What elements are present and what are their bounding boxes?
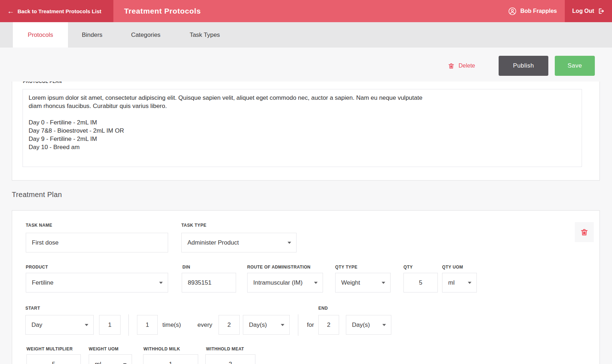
din-input[interactable] bbox=[182, 273, 236, 292]
logout-label: Log Out bbox=[572, 8, 594, 14]
chevron-down-icon bbox=[281, 324, 284, 326]
trash-icon bbox=[448, 63, 455, 69]
withhold-milk-label: WITHHOLD MILK bbox=[143, 346, 180, 351]
weight-multiplier-label: WEIGHT MULTIPLIER bbox=[26, 346, 73, 351]
din-label: DIN bbox=[182, 265, 190, 270]
logout-icon bbox=[597, 8, 604, 15]
divider bbox=[128, 314, 129, 336]
tab-bar: Protocols Binders Categories Task Types bbox=[0, 22, 612, 48]
back-arrow-icon: ← bbox=[7, 8, 14, 15]
qty-uom-value: ml bbox=[448, 279, 468, 286]
start-period-select[interactable]: Day bbox=[25, 315, 94, 335]
product-label: PRODUCT bbox=[26, 265, 48, 270]
protocol-plan-text: Lorem ipsum dolor sit amet, consectetur … bbox=[29, 94, 436, 151]
page-title: Treatment Protocols bbox=[124, 0, 201, 22]
weight-multiplier-input[interactable] bbox=[26, 354, 81, 364]
times-suffix-text: time(s) bbox=[162, 315, 181, 335]
treatment-plan-heading: Treatment Plan bbox=[12, 191, 62, 199]
task-name-label: TASK NAME bbox=[26, 223, 52, 228]
tab-task-types-label: Task Types bbox=[190, 31, 220, 39]
times-input[interactable] bbox=[137, 315, 158, 335]
qty-type-select[interactable]: Weight bbox=[335, 273, 391, 292]
task-name-input[interactable] bbox=[26, 233, 168, 252]
tab-protocols[interactable]: Protocols bbox=[13, 22, 68, 48]
delete-label: Delete bbox=[459, 63, 475, 69]
protocol-plan-textarea[interactable]: Lorem ipsum dolor sit amet, consectetur … bbox=[23, 89, 582, 167]
back-label: Back to Treatment Protocols List bbox=[18, 8, 101, 14]
chevron-down-icon bbox=[314, 282, 318, 284]
tab-binders-label: Binders bbox=[82, 31, 103, 39]
trash-icon bbox=[580, 228, 588, 236]
weight-uom-value: ml bbox=[95, 361, 123, 364]
user-menu[interactable]: Bob Frapples bbox=[508, 0, 557, 22]
user-name: Bob Frapples bbox=[520, 8, 557, 14]
chevron-down-icon bbox=[85, 324, 88, 326]
end-value-input[interactable] bbox=[318, 315, 339, 335]
every-unit-select[interactable]: Day(s) bbox=[243, 315, 290, 335]
end-unit-select[interactable]: Day(s) bbox=[346, 315, 391, 335]
chevron-down-icon bbox=[468, 282, 471, 284]
weight-uom-label: WEIGHT UOM bbox=[89, 346, 118, 351]
protocol-plan-label: PROTOCOL PLAN bbox=[23, 82, 62, 84]
task-type-value: Administer Product bbox=[187, 239, 288, 246]
logout-button[interactable]: Log Out bbox=[565, 0, 612, 22]
page: ← Back to Treatment Protocols List Treat… bbox=[0, 0, 612, 364]
save-button[interactable]: Save bbox=[555, 56, 595, 76]
every-unit-value: Day(s) bbox=[249, 321, 281, 329]
qty-type-label: QTY TYPE bbox=[335, 265, 357, 270]
qty-input[interactable] bbox=[403, 273, 438, 292]
every-value-input[interactable] bbox=[219, 315, 240, 335]
route-label: ROUTE OF ADMINISTRATION bbox=[247, 265, 310, 270]
tabbar-spacer bbox=[0, 22, 13, 48]
end-unit-value: Day(s) bbox=[352, 321, 382, 329]
tab-categories-label: Categories bbox=[131, 31, 160, 39]
route-select[interactable]: Intramuscular (IM) bbox=[247, 273, 323, 292]
treatment-task-card: TASK NAME TASK TYPE Administer Product P… bbox=[12, 210, 600, 364]
delete-task-button[interactable] bbox=[575, 222, 594, 242]
product-select[interactable]: Fertiline bbox=[26, 273, 168, 292]
tab-task-types[interactable]: Task Types bbox=[175, 22, 234, 48]
withhold-milk-input[interactable] bbox=[143, 354, 198, 364]
app-header: ← Back to Treatment Protocols List Treat… bbox=[0, 0, 612, 22]
protocol-plan-card: PROTOCOL PLAN Lorem ipsum dolor sit amet… bbox=[12, 82, 600, 181]
qty-label: QTY bbox=[403, 265, 413, 270]
publish-button[interactable]: Publish bbox=[499, 56, 548, 76]
qty-type-value: Weight bbox=[341, 279, 382, 286]
start-label: START bbox=[25, 306, 40, 311]
delete-protocol-button[interactable]: Delete bbox=[448, 56, 475, 76]
route-value: Intramuscular (IM) bbox=[253, 279, 314, 286]
start-period-value: Day bbox=[31, 321, 85, 329]
for-text: for bbox=[307, 315, 314, 335]
chevron-down-icon bbox=[382, 324, 386, 326]
tab-categories[interactable]: Categories bbox=[116, 22, 175, 48]
task-type-select[interactable]: Administer Product bbox=[181, 233, 297, 252]
user-avatar-icon bbox=[508, 7, 516, 15]
withhold-meat-input[interactable] bbox=[205, 354, 255, 364]
product-value: Fertiline bbox=[32, 279, 159, 286]
withhold-meat-label: WITHHOLD MEAT bbox=[206, 346, 244, 351]
weight-uom-select[interactable]: ml bbox=[89, 354, 132, 364]
divider bbox=[298, 314, 298, 336]
chevron-down-icon bbox=[382, 282, 385, 284]
end-label: END bbox=[318, 306, 328, 311]
tab-protocols-label: Protocols bbox=[28, 31, 53, 39]
tab-binders[interactable]: Binders bbox=[68, 22, 116, 48]
qty-uom-select[interactable]: ml bbox=[442, 273, 477, 292]
chevron-down-icon bbox=[159, 282, 163, 284]
qty-uom-label: QTY UOM bbox=[442, 265, 463, 270]
start-day-input[interactable] bbox=[99, 315, 121, 335]
task-type-label: TASK TYPE bbox=[181, 223, 206, 228]
every-text: every bbox=[197, 315, 212, 335]
back-to-list-button[interactable]: ← Back to Treatment Protocols List bbox=[0, 0, 113, 22]
chevron-down-icon bbox=[288, 242, 291, 244]
